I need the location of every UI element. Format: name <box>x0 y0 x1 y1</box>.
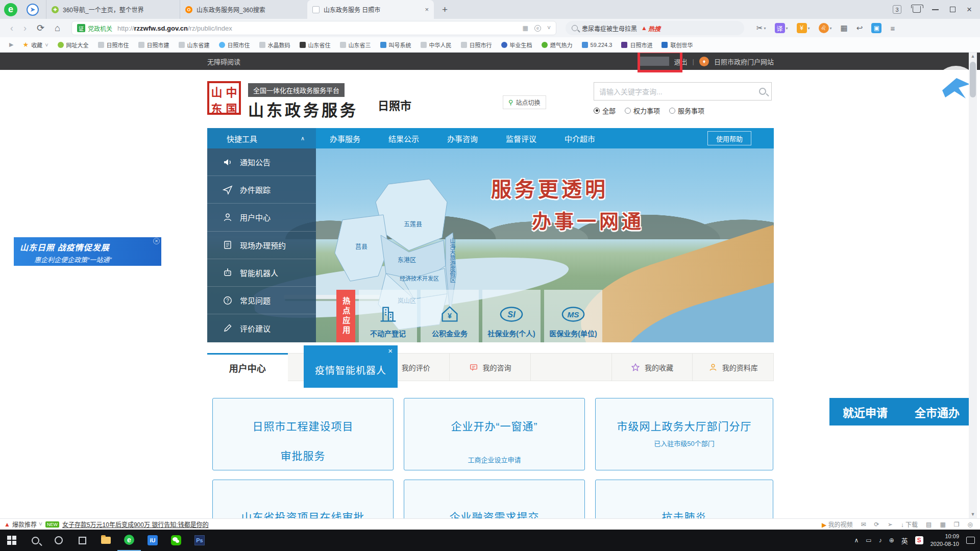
browser-tab-3-active[interactable]: 山东政务服务 日照市 × <box>307 0 434 19</box>
nav-item-supervise[interactable]: 监督评议 <box>506 133 536 144</box>
nav-item-services[interactable]: 办事服务 <box>330 133 360 144</box>
iu-app-icon[interactable]: iU <box>141 530 164 551</box>
nearby-apply-button[interactable]: 就近申请 全市通办 <box>829 398 973 425</box>
addr-reader-icon[interactable]: e <box>534 25 541 32</box>
tray-network-icon[interactable]: ⊕ <box>889 537 894 544</box>
quick-search-text[interactable]: 患尿毒症被生母拉黑 <box>582 24 637 33</box>
card-dept-halls[interactable]: 市级网上政务大厅部门分厅 已入驻市级50个部门 <box>595 398 773 470</box>
bookmark-item[interactable]: 日照市进 <box>621 41 652 49</box>
menu-item-faq[interactable]: ? 常见问题 <box>207 287 316 314</box>
site-search-input[interactable]: 请输入关键字查询... <box>594 82 772 101</box>
menu-item-smart-robot[interactable]: 智能机器人 <box>207 259 316 287</box>
hot-app-housing-fund[interactable]: ¥ 公积金业务 <box>421 290 479 342</box>
bookmark-item[interactable]: 燃气热力 <box>542 41 573 49</box>
photoshop-icon[interactable]: Ps <box>188 530 211 551</box>
tab-my-favorites[interactable]: 我的收藏 <box>612 353 693 381</box>
chat-bubble-icon[interactable]: ✉ <box>861 521 866 528</box>
bookmark-item[interactable]: 山东省三 <box>340 41 371 49</box>
translate-icon[interactable]: 译▾ <box>775 23 788 33</box>
cert-label[interactable]: 党政机关 <box>88 24 112 33</box>
close-window-button[interactable]: × <box>967 5 972 15</box>
scrollbar-thumb[interactable] <box>970 62 976 97</box>
new-tab-button[interactable]: + <box>442 4 448 15</box>
browser-tab-1[interactable]: ✚ 360导航_一个主页，整个世界 <box>46 0 173 19</box>
bookmark-item[interactable]: 日照市住 <box>98 41 129 49</box>
apps-grid-icon[interactable]: ▦ <box>841 23 848 33</box>
reco-caret-icon[interactable]: ˅ <box>39 521 42 528</box>
nav-item-consult[interactable]: 办事咨询 <box>447 133 478 144</box>
bookmark-item[interactable]: 山东省住 <box>300 41 331 49</box>
wallet-icon[interactable]: ¥▾ <box>797 23 810 33</box>
site-switch-button[interactable]: ⚲ 站点切换 <box>503 95 546 109</box>
hot-app-real-estate[interactable]: 不动产登记 <box>359 290 417 342</box>
multi-window-icon[interactable]: ▦ <box>940 521 945 528</box>
sidebar-toggle-icon[interactable]: ▣ <box>871 23 881 33</box>
menu-item-onsite-booking[interactable]: 现场办理预约 <box>207 232 316 259</box>
scroll-down-arrow[interactable]: ▼ <box>969 511 977 518</box>
tab-user-center[interactable]: 用户中心 <box>207 353 288 381</box>
tray-display-icon[interactable]: ▭ <box>866 537 871 544</box>
forward-button[interactable]: › <box>23 23 27 34</box>
home-button[interactable]: ⌂ <box>55 23 60 34</box>
help-button[interactable]: 使用帮助 <box>707 131 751 145</box>
news-headline-link[interactable]: 女子存款5万元10年后变成900万 银行告知:钱都是你的 <box>62 520 209 529</box>
menu-item-user-center[interactable]: 用户中心 <box>207 204 316 231</box>
maximize-button[interactable] <box>950 7 955 12</box>
card-enterprise-window[interactable]: 企业开办“一窗通” 工商企业设立申请 <box>404 398 585 470</box>
browser-tab-2[interactable]: O 山东政务服务网_360搜索 <box>180 0 306 19</box>
quick-search-box[interactable]: 患尿毒症被生母拉黑 ▲热搜 <box>566 21 744 35</box>
bookmark-item[interactable]: 日照市住 <box>219 41 250 49</box>
quick-tools-header[interactable]: 快捷工具 ∧ <box>207 128 316 148</box>
tab-my-consult[interactable]: 我的咨询 <box>450 353 531 381</box>
addr-grid-icon[interactable]: ▦ <box>523 24 528 32</box>
ad-banner[interactable]: 山东日照 战疫情促发展 惠企利企便企政策“一站通” × <box>14 237 161 266</box>
tab-count-badge[interactable]: 3 <box>893 5 901 14</box>
theme-skin-icon[interactable] <box>913 6 921 13</box>
task-view-button[interactable] <box>70 530 94 551</box>
accessibility-link[interactable]: 无障碍阅读 <box>207 57 240 66</box>
radio-power-items[interactable]: 权力事项 <box>625 106 660 115</box>
ad-close-icon[interactable]: × <box>153 238 160 244</box>
language-indicator[interactable]: 英 <box>901 536 908 545</box>
tray-volume-icon[interactable]: ♪ <box>879 537 882 544</box>
tab-my-documents[interactable]: 我的资料库 <box>693 353 774 381</box>
favorites-menu[interactable]: ★ 收藏 ˅ <box>22 41 48 49</box>
start-button[interactable] <box>0 530 23 551</box>
close-icon[interactable]: × <box>388 346 393 355</box>
bookmarks-collapse-icon[interactable]: ▶ <box>9 41 13 48</box>
clipboard-panel-icon[interactable]: ▤ <box>926 521 932 528</box>
scroll-up-arrow[interactable]: ▲ <box>969 53 977 60</box>
menu-item-tracking[interactable]: 办件跟踪 <box>207 176 316 204</box>
radio-service-items[interactable]: 服务事项 <box>669 106 704 115</box>
menu-item-notices[interactable]: 通知公告 <box>207 148 316 176</box>
back-button[interactable]: ‹ <box>10 23 13 34</box>
card-investment-approval[interactable]: 山东省投资项目在线审批 <box>212 480 394 518</box>
menu-item-feedback[interactable]: 评价建议 <box>207 314 316 342</box>
download-link[interactable]: ↓ 下载 <box>901 520 918 529</box>
page-scrollbar[interactable]: ▲ ▼ <box>969 53 977 518</box>
hot-search-label[interactable]: 热搜 <box>648 24 660 33</box>
file-explorer-icon[interactable] <box>94 530 117 551</box>
sogou-input-icon[interactable]: S <box>915 536 923 544</box>
zoom-page-icon[interactable]: ◎ <box>968 521 973 528</box>
card-construction-approval[interactable]: 日照市工程建设项目 审批服务 <box>212 398 394 470</box>
clock[interactable]: 10:09 2020-08-10 <box>930 533 959 548</box>
bookmark-item[interactable]: 山东省建 <box>179 41 210 49</box>
bookmark-item[interactable]: 联创世华 <box>662 41 693 49</box>
bookmark-item[interactable]: 网址大全 <box>58 41 89 49</box>
game-lion-icon[interactable]: ♌▾ <box>819 23 832 33</box>
nav-item-results[interactable]: 结果公示 <box>388 133 419 144</box>
rocket-icon[interactable]: ➢ <box>888 521 893 528</box>
my-videos-link[interactable]: ▶ 我的视频 <box>822 520 853 529</box>
cortana-button[interactable] <box>47 530 70 551</box>
hot-app-social-insurance[interactable]: SI 社保业务(个人) <box>482 290 541 342</box>
card-financing-request[interactable]: 企业融资需求提交 <box>404 480 585 518</box>
bookmark-item[interactable]: 水晶数码 <box>259 41 290 49</box>
radio-all[interactable]: 全部 <box>594 106 616 115</box>
reader-mode-icon[interactable]: ❐ <box>954 521 960 528</box>
nav-item-intermediary[interactable]: 中介超市 <box>565 133 595 144</box>
epidemic-robot-popup[interactable]: × 疫情智能机器人 <box>304 345 398 388</box>
minimize-button[interactable] <box>932 9 939 10</box>
bookmark-item[interactable]: 日照市建 <box>138 41 169 49</box>
addr-caret-icon[interactable]: ˅ <box>547 24 551 32</box>
